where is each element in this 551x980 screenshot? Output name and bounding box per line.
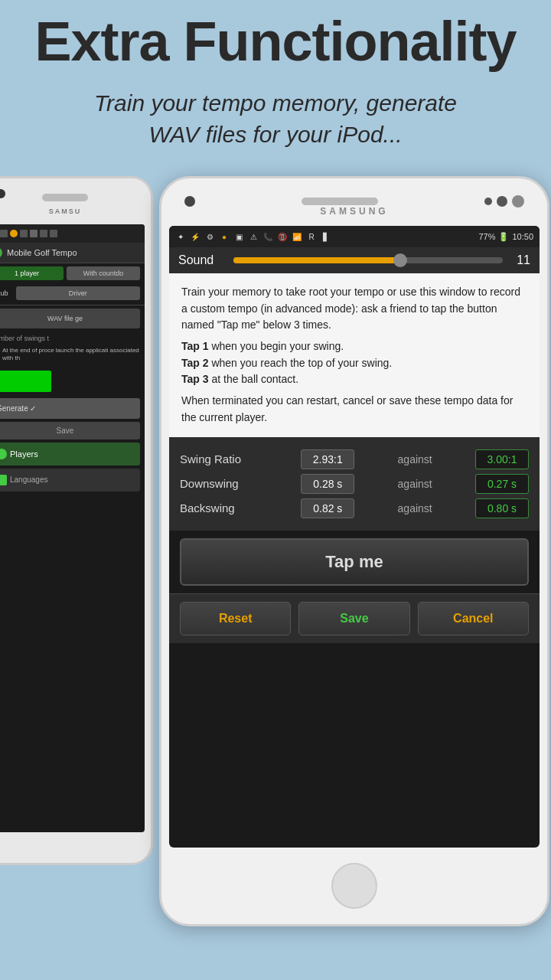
- left-save-btn[interactable]: Save: [0, 422, 140, 439]
- metric-target-0: 3.00:1: [475, 449, 529, 469]
- tap3-label: Tap 3: [181, 373, 209, 385]
- battery-icon: 🔋: [498, 232, 509, 242]
- status-icon-8: 📵: [277, 231, 288, 242]
- left-wav-box: WAV file ge: [0, 309, 140, 328]
- status-icon-4: ●: [219, 231, 230, 242]
- metric-current-2: 0.82 s: [301, 498, 354, 518]
- instruction-main: Train your memory to take root your temp…: [181, 284, 527, 334]
- below-word: below: [262, 318, 291, 331]
- sound-slider[interactable]: [233, 257, 503, 263]
- status-bar: ✦ ⚡ ⚙ ● ▣ ⚠ 📞 📵 📶 R ▋ 77% 🔋 10:50: [169, 226, 540, 247]
- left-lang-icon: [0, 475, 7, 485]
- page-title: Extra Functionality: [0, 14, 551, 69]
- left-players-icon: [0, 449, 7, 459]
- tap1-text: when you begin your swing.: [209, 340, 344, 352]
- metric-current-1: 0.28 s: [301, 474, 354, 494]
- terminated-text: When terminated you can restart, cancel …: [181, 393, 527, 426]
- metric-current-0: 2.93:1: [301, 449, 354, 469]
- sound-label: Sound: [178, 253, 224, 267]
- left-checkbox-text: At the end of proce launch the applicati…: [2, 347, 140, 363]
- main-camera-icon: [184, 196, 195, 207]
- main-phone-brand: SAMSUNG: [320, 206, 388, 217]
- metric-label-1: Downswing: [180, 477, 264, 490]
- left-players-btn[interactable]: Players: [0, 443, 140, 466]
- status-icon-1: ✦: [175, 231, 186, 242]
- metric-target-1: 0.27 s: [475, 474, 529, 494]
- clock: 10:50: [512, 232, 533, 241]
- left-club-label: 1 ub: [0, 286, 13, 300]
- tap1-label: Tap 1: [181, 340, 209, 352]
- battery-percent: 77%: [478, 232, 495, 241]
- status-icon-3: ⚙: [204, 231, 215, 242]
- main-sensor-1: [484, 198, 492, 205]
- cancel-button[interactable]: Cancel: [418, 602, 529, 635]
- bottom-buttons: Reset Save Cancel: [169, 593, 540, 643]
- metrics-section: Swing Ratio 2.93:1 against 3.00:1 Downsw…: [169, 437, 540, 531]
- metric-target-2: 0.80 s: [475, 498, 529, 518]
- main-home-button[interactable]: [331, 863, 377, 909]
- metric-row-0: Swing Ratio 2.93:1 against 3.00:1: [180, 449, 529, 469]
- status-icon-6: ⚠: [248, 231, 259, 242]
- tap2-text: when you reach the top of your swing.: [209, 357, 393, 369]
- save-button[interactable]: Save: [298, 602, 409, 635]
- tap3-text: at the ball contact.: [209, 373, 299, 385]
- left-player-btn[interactable]: 1 player: [0, 266, 64, 280]
- tap3-line: Tap 3 at the ball contact.: [181, 371, 527, 388]
- left-status-bar: [0, 224, 145, 243]
- main-sensor-3: [512, 195, 524, 207]
- left-phone: SAMSU Mobile Golf Tempo 1 player With co…: [0, 176, 153, 865]
- metric-against-0: against: [398, 453, 432, 466]
- reset-button[interactable]: Reset: [180, 602, 291, 635]
- left-app-header: Mobile Golf Tempo: [0, 243, 145, 263]
- left-generate-btn[interactable]: Generate ✓: [0, 398, 140, 419]
- left-phone-notch: [42, 194, 88, 201]
- sound-slider-thumb[interactable]: [393, 253, 407, 267]
- left-phone-brand: SAMSU: [49, 207, 82, 215]
- page-subtitle: Train your tempo memory, generateWAV fil…: [15, 88, 536, 150]
- metric-label-0: Swing Ratio: [180, 452, 264, 466]
- metric-row-2: Backswing 0.82 s against 0.80 s: [180, 498, 529, 518]
- metric-row-1: Downswing 0.28 s against 0.27 s: [180, 474, 529, 494]
- status-icon-7: 📞: [262, 231, 273, 242]
- left-phone-screen: Mobile Golf Tempo 1 player With countdo …: [0, 224, 145, 832]
- left-countdown-btn[interactable]: With countdo: [67, 266, 140, 280]
- main-phone: SAMSUNG ✦ ⚡ ⚙ ● ▣ ⚠ 📞 📵 📶 R ▋ 77% 🔋 10:5…: [159, 176, 549, 926]
- left-progress-bar: [0, 371, 51, 392]
- metric-label-2: Backswing: [180, 501, 264, 514]
- status-left-icons: ✦ ⚡ ⚙ ● ▣ ⚠ 📞 📵 📶 R ▋: [175, 231, 331, 242]
- status-icon-11: ▋: [321, 231, 331, 242]
- tap2-line: Tap 2 when you reach the top of your swi…: [181, 355, 527, 372]
- left-num-swings: Number of swings t: [0, 332, 145, 345]
- metric-against-1: against: [398, 478, 432, 490]
- main-speaker: [302, 198, 378, 205]
- left-languages-btn[interactable]: Languages: [0, 469, 140, 492]
- metric-against-2: against: [398, 502, 432, 514]
- left-club-value[interactable]: Driver: [16, 286, 140, 300]
- main-screen: ✦ ⚡ ⚙ ● ▣ ⚠ 📞 📵 📶 R ▋ 77% 🔋 10:50 Sound: [169, 226, 540, 848]
- tap2-label: Tap 2: [181, 357, 209, 369]
- main-phone-top: [161, 178, 547, 224]
- status-icon-2: ⚡: [190, 231, 201, 242]
- instruction-box: Train your memory to take root your temp…: [169, 273, 540, 437]
- sound-value: 11: [512, 253, 530, 267]
- main-sensors: [484, 195, 524, 207]
- main-sensor-2: [497, 196, 507, 207]
- status-right: 77% 🔋 10:50: [478, 232, 533, 242]
- left-phone-camera: [0, 189, 5, 198]
- left-app-name-label: Mobile Golf Tempo: [7, 248, 77, 257]
- sound-bar: Sound 11: [169, 247, 540, 273]
- status-icon-10: R: [306, 231, 317, 242]
- tap1-line: Tap 1 when you begin your swing.: [181, 338, 527, 355]
- sound-slider-fill: [233, 257, 400, 263]
- status-icon-9: 📶: [292, 231, 302, 242]
- status-icon-5: ▣: [233, 231, 244, 242]
- tap-me-button[interactable]: Tap me: [180, 538, 529, 586]
